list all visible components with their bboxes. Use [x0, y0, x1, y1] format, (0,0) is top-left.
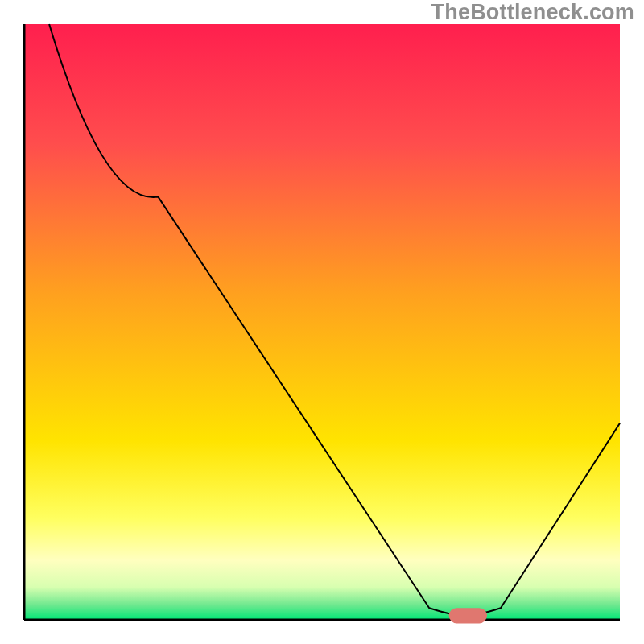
bottleneck-chart — [0, 0, 644, 644]
chart-gradient-bg — [24, 24, 620, 620]
current-point-marker — [449, 608, 487, 623]
